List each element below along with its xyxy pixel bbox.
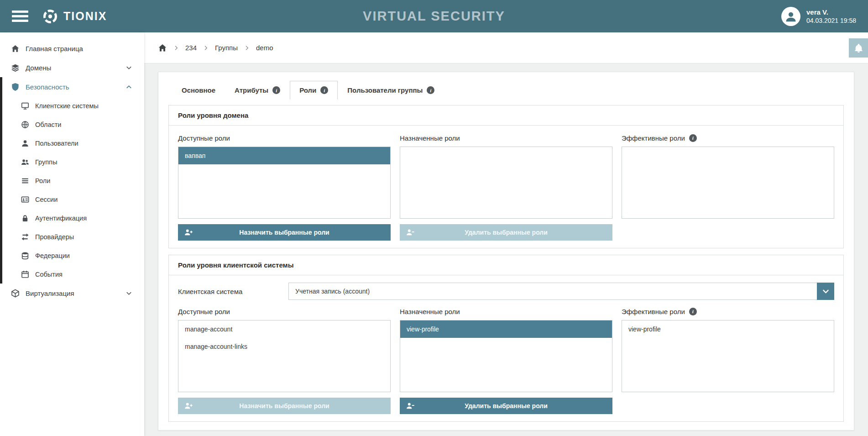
tab-label: Пользователи группы <box>347 86 423 94</box>
select-value: Учетная запись (account) <box>295 288 370 295</box>
client-remove-roles-button[interactable]: Удалить выбранные роли <box>400 398 612 414</box>
sidebar-item-events[interactable]: События <box>2 265 144 284</box>
sidebar-item-sessions[interactable]: Сессии <box>2 190 144 209</box>
spacer <box>622 398 834 414</box>
button-label: Удалить выбранные роли <box>465 229 548 236</box>
domain-assigned-roles-list[interactable] <box>400 147 612 219</box>
user-info: vera V. 04.03.2021 19:58 <box>806 8 856 24</box>
info-icon <box>427 86 434 94</box>
breadcrumb: 234 Группы demo <box>144 32 868 63</box>
chevron-right-icon <box>173 45 179 51</box>
available-roles-label: Доступные роли <box>178 308 230 315</box>
tionix-logo-icon <box>42 8 58 25</box>
sidebar-item-label: Сессии <box>35 196 58 203</box>
sidebar-item-domains[interactable]: Домены <box>0 58 144 77</box>
list-item[interactable]: manage-account-links <box>178 338 390 355</box>
tab-roles[interactable]: Роли <box>290 81 338 100</box>
sidebar-item-label: Виртуализация <box>26 289 74 297</box>
list-item[interactable]: view-profile <box>400 320 612 338</box>
chevron-down-icon <box>125 290 132 297</box>
user-datetime: 04.03.2021 19:58 <box>806 17 856 24</box>
chevron-down-icon <box>817 283 834 300</box>
sidebar-group-security: Безопасность Клиентские системы Области <box>0 77 144 284</box>
breadcrumb-item[interactable]: Группы <box>215 44 238 52</box>
sidebar-item-label: Роли <box>35 177 50 184</box>
user-name: vera V. <box>806 8 856 16</box>
add-user-icon <box>184 228 193 236</box>
tab-attributes[interactable]: Атрибуты <box>225 81 290 100</box>
sidebar-item-federations[interactable]: Федерации <box>2 246 144 265</box>
breadcrumb-item[interactable]: demo <box>256 44 273 52</box>
sidebar-item-label: Аутентификация <box>35 215 87 222</box>
list-icon <box>21 177 29 185</box>
domain-remove-roles-button[interactable]: Удалить выбранные роли <box>400 224 612 241</box>
sidebar-item-roles[interactable]: Роли <box>2 171 144 190</box>
client-effective-roles-list[interactable]: view-profile <box>622 320 834 392</box>
sidebar-item-areas[interactable]: Области <box>2 115 144 134</box>
client-system-select[interactable]: Учетная запись (account) <box>288 283 834 300</box>
shield-icon <box>11 83 20 91</box>
assigned-roles-label: Назначенные роли <box>400 134 460 142</box>
sidebar-item-label: Домены <box>26 64 51 72</box>
tab-group-users[interactable]: Пользователи группы <box>338 81 444 100</box>
list-item[interactable]: вапвап <box>178 147 390 164</box>
id-card-icon <box>21 195 29 204</box>
avatar <box>781 7 800 26</box>
client-available-roles-list[interactable]: manage-account manage-account-links <box>178 320 391 392</box>
client-assigned-roles-list[interactable]: view-profile <box>400 320 612 392</box>
sidebar-item-client-systems[interactable]: Клиентские системы <box>2 96 144 115</box>
sidebar-item-virtualization[interactable]: Виртуализация <box>0 284 144 303</box>
main-area: 234 Группы demo Основное <box>144 32 868 436</box>
notifications-button[interactable] <box>849 38 868 58</box>
sidebar-item-groups[interactable]: Группы <box>2 152 144 171</box>
sidebar-item-security[interactable]: Безопасность <box>2 77 144 96</box>
info-icon <box>272 86 280 94</box>
button-label: Назначить выбранные роли <box>239 402 329 410</box>
sidebar-item-providers[interactable]: Провайдеры <box>2 227 144 246</box>
domain-assign-roles-button[interactable]: Назначить выбранные роли <box>178 224 391 241</box>
user-menu[interactable]: vera V. 04.03.2021 19:58 <box>781 7 856 26</box>
available-roles-label: Доступные роли <box>178 134 230 142</box>
lock-icon <box>21 214 29 222</box>
domain-available-roles-list[interactable]: вапвап <box>178 147 391 219</box>
users-icon <box>21 158 29 166</box>
client-roles-section: Роли уровня клиентской системы Клиентска… <box>168 255 844 422</box>
list-item[interactable]: manage-account <box>178 320 390 338</box>
brand-logo[interactable]: TIONIX <box>42 8 107 25</box>
bell-icon <box>854 43 863 53</box>
sidebar-item-label: Группы <box>35 158 57 166</box>
sidebar: Главная страница Домены Безопасность <box>0 32 144 436</box>
tab-bar: Основное Атрибуты Роли Пользователи груп… <box>172 81 844 100</box>
sidebar-item-label: Федерации <box>35 252 70 259</box>
sidebar-item-home[interactable]: Главная страница <box>0 39 144 58</box>
sidebar-item-label: Безопасность <box>26 83 69 91</box>
menu-icon[interactable] <box>12 8 28 24</box>
breadcrumb-item[interactable]: 234 <box>185 44 197 52</box>
assigned-roles-label: Назначенные роли <box>400 308 460 315</box>
sidebar-item-label: Области <box>35 121 61 128</box>
effective-roles-label: Эффективные роли <box>622 308 685 315</box>
info-icon <box>320 86 328 94</box>
list-item[interactable]: view-profile <box>622 320 834 338</box>
sidebar-item-label: События <box>35 271 63 278</box>
chevron-right-icon <box>203 45 209 51</box>
button-label: Удалить выбранные роли <box>465 402 548 410</box>
sidebar-item-authentication[interactable]: Аутентификация <box>2 209 144 227</box>
effective-roles-label: Эффективные роли <box>622 134 685 142</box>
sidebar-security-children: Клиентские системы Области Пользователи <box>2 96 144 284</box>
info-icon <box>689 134 697 142</box>
database-icon <box>21 252 29 260</box>
section-title: Роли уровня домена <box>169 105 843 126</box>
brand-name: TIONIX <box>63 10 107 23</box>
domain-roles-section: Роли уровня домена Доступные роли вапвап <box>168 105 844 248</box>
info-icon <box>689 308 697 315</box>
cube-icon <box>11 289 20 298</box>
home-icon[interactable] <box>158 43 167 53</box>
page-title: VIRTUAL SECURITY <box>0 9 868 24</box>
spacer <box>622 224 834 241</box>
client-assign-roles-button[interactable]: Назначить выбранные роли <box>178 398 391 414</box>
sidebar-item-users[interactable]: Пользователи <box>2 134 144 152</box>
domain-effective-roles-list[interactable] <box>622 147 834 219</box>
chevron-right-icon <box>244 45 250 51</box>
tab-main[interactable]: Основное <box>172 81 225 100</box>
